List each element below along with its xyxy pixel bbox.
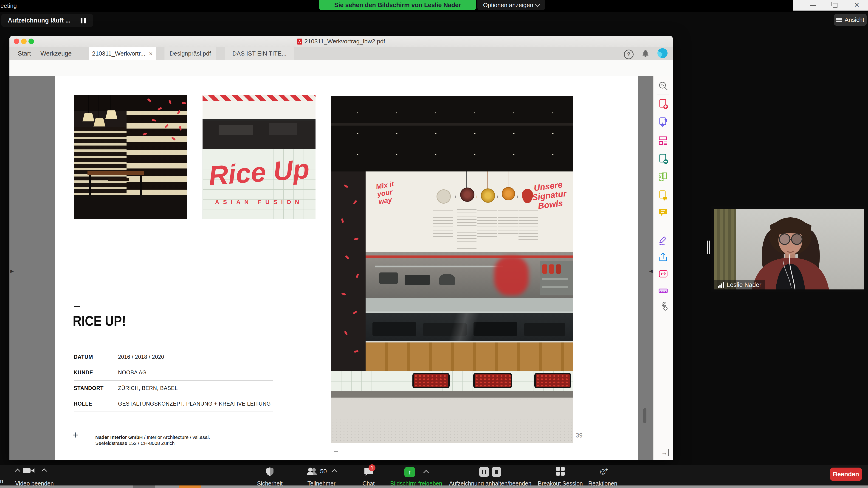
row-label: STANDORT bbox=[74, 385, 118, 396]
pdf-file-icon: A bbox=[297, 39, 302, 44]
search-zoom-icon[interactable] bbox=[657, 80, 669, 92]
vertical-scrollbar-thumb[interactable] bbox=[643, 408, 646, 423]
reactions-smiley-icon: ☺+ bbox=[598, 467, 608, 476]
camera-icon bbox=[23, 467, 34, 474]
chevron-down-icon bbox=[535, 2, 540, 7]
shield-icon bbox=[266, 467, 274, 476]
more-tools-icon[interactable] bbox=[657, 299, 669, 312]
breakout-grid-icon bbox=[556, 467, 565, 476]
signal-bars-icon bbox=[718, 282, 724, 288]
stop-recording-icon[interactable] bbox=[492, 467, 501, 477]
photo-restaurant: Mix it your way Unsere Signatur Bowls bbox=[331, 96, 573, 443]
security-button[interactable]: Sicherheit bbox=[254, 465, 286, 488]
row-label: ROLLE bbox=[74, 401, 118, 412]
pdf-page: Rice Up ASIAN FUSION bbox=[55, 76, 638, 460]
options-button[interactable]: Optionen anzeigen bbox=[477, 0, 545, 10]
participant-video-window[interactable]: Leslie Nader bbox=[711, 206, 866, 292]
tab-titel[interactable]: DAS IST EIN TITE... bbox=[225, 47, 294, 60]
reactions-button[interactable]: ☺+ Reaktionen bbox=[587, 465, 619, 488]
video-drag-handle[interactable] bbox=[707, 240, 708, 254]
create-pdf-icon[interactable] bbox=[657, 98, 669, 110]
pause-icon2 bbox=[84, 18, 86, 24]
page-title: RICE UP! bbox=[73, 313, 126, 329]
participants-chevron-icon bbox=[331, 469, 337, 475]
pause-recording-button[interactable] bbox=[81, 18, 86, 24]
share-pdf-icon[interactable] bbox=[657, 153, 669, 165]
mac-zoom-icon[interactable] bbox=[29, 39, 34, 44]
pendant-lamp-icon bbox=[83, 113, 94, 122]
chili-tray bbox=[412, 373, 450, 388]
share-screen-icon: ↑ bbox=[404, 467, 415, 477]
view-button[interactable]: Ansicht bbox=[834, 14, 867, 26]
row-value: ZÜRICH, BERN, BASEL bbox=[118, 385, 178, 396]
share-screen-button[interactable]: ↑ Bildschirm freigeben bbox=[389, 465, 443, 488]
footer-address: Seefeldstrasse 152 / CH-8008 Zurich bbox=[95, 440, 210, 446]
tab-label: 210311_Werkvortr... bbox=[92, 50, 145, 57]
menu-board: Mix it your way Unsere Signatur Bowls bbox=[366, 171, 573, 252]
taskbar-item-active bbox=[179, 486, 201, 488]
expand-right-panel-icon[interactable]: ◂ bbox=[649, 267, 653, 275]
table-row: STANDORT ZÜRICH, BERN, BASEL bbox=[74, 380, 273, 396]
footer-plus: + bbox=[72, 429, 78, 441]
tab-document-active[interactable]: 210311_Werkvortr... × bbox=[89, 47, 156, 60]
document-area: ▸ ◂ bbox=[9, 76, 653, 460]
mac-minimize-icon[interactable] bbox=[21, 39, 27, 44]
pdf-window: A 210311_Werkvortrag_lbw2.pdf Start Werk… bbox=[9, 36, 673, 460]
video-drag-handle2[interactable] bbox=[709, 240, 710, 254]
tab-close-icon[interactable]: × bbox=[149, 50, 153, 57]
chili-tray bbox=[473, 373, 512, 388]
caption-dash bbox=[334, 451, 338, 452]
recording-controls[interactable]: Aufzeichnung anhalten/beenden bbox=[450, 465, 530, 488]
collapse-toolbar-icon[interactable]: →​ bbox=[661, 449, 669, 456]
expand-left-panel-icon[interactable]: ▸ bbox=[10, 267, 14, 275]
participants-icon bbox=[307, 467, 318, 476]
row-value: GESTALTUNGSKONZEPT, PLANUNG + KREATIVE L… bbox=[118, 401, 271, 412]
pause-icon bbox=[81, 18, 83, 24]
close-icon[interactable]: × bbox=[852, 0, 862, 10]
measure-icon[interactable] bbox=[657, 285, 669, 297]
tab-designpraesi[interactable]: Designpräsi.pdf bbox=[164, 47, 216, 60]
pdf-toolbar bbox=[9, 60, 673, 76]
end-meeting-button[interactable]: Beenden bbox=[830, 467, 862, 481]
export-pdf-icon[interactable] bbox=[657, 117, 669, 128]
options-label: Optionen anzeigen bbox=[483, 2, 533, 9]
minimize-icon[interactable] bbox=[810, 5, 816, 6]
video-options-chevron-icon bbox=[41, 468, 47, 474]
menu-werkzeuge[interactable]: Werkzeuge bbox=[39, 47, 73, 60]
fill-sign-icon[interactable] bbox=[657, 235, 669, 247]
bowl-icon bbox=[436, 189, 451, 204]
view-label: Ansicht bbox=[844, 16, 864, 24]
taskbar-edge bbox=[0, 486, 868, 488]
edit-pdf-icon[interactable] bbox=[657, 134, 669, 147]
account-avatar[interactable] bbox=[657, 48, 668, 58]
participant-name: Leslie Nader bbox=[726, 282, 762, 289]
chat-button[interactable]: 1 Chat bbox=[355, 465, 382, 488]
footer-text: Nader Interior GmbH / Interior Architect… bbox=[95, 434, 210, 446]
pdf-titlebar[interactable]: A 210311_Werkvortrag_lbw2.pdf bbox=[9, 36, 673, 47]
participant-name-tag: Leslie Nader bbox=[714, 280, 765, 289]
organize-pages-icon[interactable] bbox=[657, 171, 669, 183]
details-table: DATUM 2016 / 2018 / 2020 KUNDE NOOBA AG … bbox=[74, 349, 273, 412]
pause-recording-icon[interactable] bbox=[479, 467, 489, 477]
share-chevron-icon bbox=[423, 470, 429, 476]
menu-start[interactable]: Start bbox=[14, 47, 35, 60]
request-signatures-icon[interactable] bbox=[657, 189, 669, 201]
restore-icon-back bbox=[832, 2, 836, 6]
brand-name: Rice Up bbox=[203, 149, 315, 196]
screen: eeting Sie sehen den Bildschirm von Lesl… bbox=[0, 0, 868, 488]
combine-files-icon[interactable] bbox=[657, 268, 669, 280]
photo-brand-sign: Rice Up ASIAN FUSION bbox=[203, 95, 315, 219]
table-row: DATUM 2016 / 2018 / 2020 bbox=[74, 349, 273, 365]
view-grid-icon bbox=[836, 18, 842, 22]
share-icon[interactable] bbox=[657, 251, 669, 263]
brand-tagline: ASIAN FUSION bbox=[203, 197, 315, 206]
comment-icon[interactable] bbox=[657, 207, 669, 219]
mute-label-partial[interactable]: n bbox=[0, 478, 3, 485]
breakout-button[interactable]: Breakout Session bbox=[539, 465, 581, 488]
stop-video-button[interactable]: Video beenden bbox=[9, 465, 60, 488]
participants-button[interactable]: 50 Teilnehmer bbox=[302, 465, 341, 488]
mac-close-icon[interactable] bbox=[14, 39, 19, 44]
notifications-bell-icon[interactable] bbox=[641, 49, 650, 58]
help-icon[interactable]: ? bbox=[624, 50, 633, 59]
row-value: 2016 / 2018 / 2020 bbox=[118, 354, 164, 365]
